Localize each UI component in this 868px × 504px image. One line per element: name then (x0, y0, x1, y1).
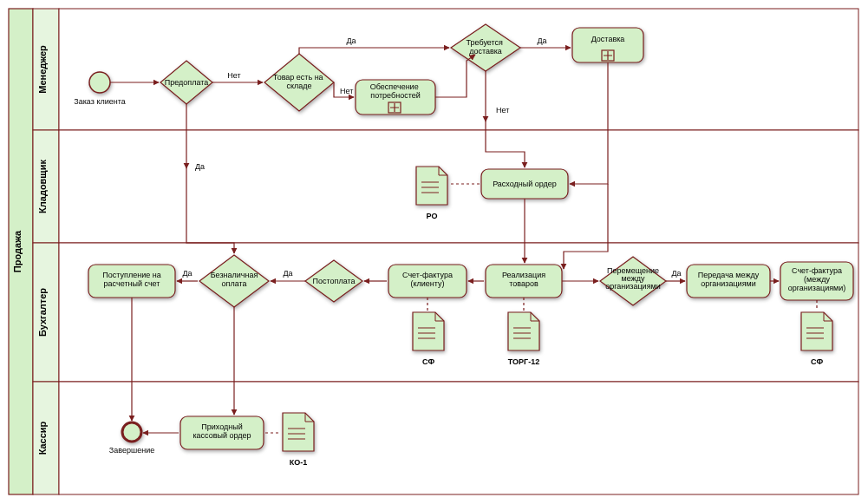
doc-ro (416, 167, 447, 205)
task-cash-in-label: Приходныйкассовый ордер (193, 422, 251, 440)
task-procure-label: Обеспечение потребностей (370, 82, 421, 100)
lane-title-3: Кассир (37, 421, 48, 455)
doc-sf1-label: СФ (422, 357, 434, 366)
svg-rect-6 (59, 130, 858, 243)
start-label: Заказ клиента (74, 97, 125, 106)
task-deliver (572, 28, 643, 62)
start-event (89, 72, 110, 93)
doc-ro-label: РО (427, 212, 438, 220)
doc-sf1 (413, 312, 444, 350)
edge-delivery-no: Нет (496, 106, 509, 115)
edge-delivery-yes: Да (537, 36, 546, 45)
lane-title-0: Менеджер (37, 45, 48, 94)
gateway-postpay-label: Постоплата (313, 277, 356, 285)
doc-sf2-label: СФ (811, 357, 823, 366)
edge-postpay-yes: Да (283, 269, 292, 278)
edge-cashless-yes: Да (182, 269, 192, 278)
task-expense-order-label: Расходный ордер (493, 180, 557, 188)
doc-torg12 (508, 312, 539, 350)
lane-title-2: Бухгалтер (37, 288, 48, 337)
doc-ko1 (283, 413, 314, 451)
pool-title: Продажа (12, 230, 23, 272)
edge-stock-yes: Да (346, 36, 356, 45)
edge-prepay-no: Нет (227, 71, 240, 80)
end-label: Завершение (109, 446, 154, 455)
edge-prepay-yes: Да (195, 162, 205, 171)
gateway-prepay-label: Предоплата (165, 78, 209, 87)
svg-point-27 (122, 422, 141, 442)
task-deliver-label: Доставка (591, 35, 625, 43)
doc-ko1-label: КО-1 (290, 458, 308, 467)
task-transfer-label: Передача междуорганизациями (698, 271, 760, 288)
lane-title-1: Кладовщик (37, 160, 48, 213)
end-event (122, 422, 141, 442)
task-bank-in-label: Поступление нарасчетный счет (102, 271, 160, 288)
doc-torg12-label: ТОРГ-12 (508, 357, 539, 366)
svg-rect-8 (59, 382, 858, 494)
svg-rect-7 (59, 243, 858, 382)
gateway-delivery-label: Требуется доставка (467, 38, 506, 56)
svg-point-9 (89, 72, 110, 93)
edge-interorg-yes: Да (671, 269, 681, 278)
doc-sf2 (801, 312, 832, 350)
edge-stock-no: Нет (340, 87, 353, 95)
